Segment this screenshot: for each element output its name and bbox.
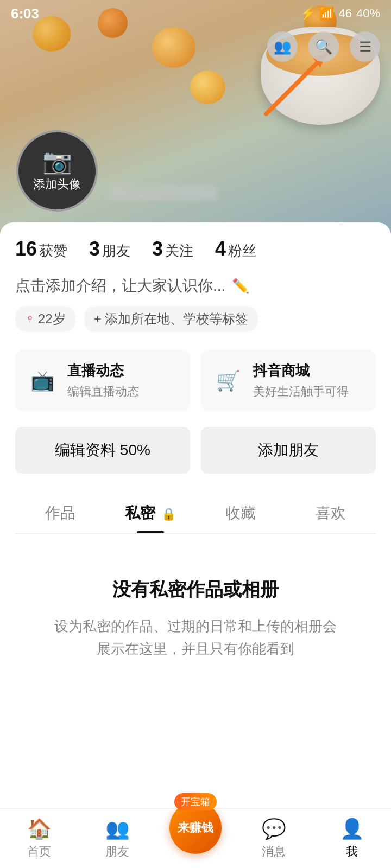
add-friend-button[interactable]: 添加朋友 [201, 427, 376, 474]
me-icon: 👤 [340, 818, 364, 840]
feature-cards: 📺 直播动态 编辑直播动态 🛒 抖音商城 美好生活触手可得 [15, 349, 376, 412]
earn-label: 来赚钱 [178, 820, 213, 836]
nav-home[interactable]: 🏠 首页 [0, 818, 78, 860]
edit-bio-icon: ✏️ [232, 278, 249, 295]
following-count: 3 [152, 238, 163, 260]
friends-nav-label: 朋友 [105, 844, 129, 860]
messages-icon: 💬 [262, 818, 286, 840]
tab-works[interactable]: 作品 [15, 491, 105, 533]
live-subtitle: 编辑直播动态 [67, 384, 139, 400]
live-feature-card[interactable]: 📺 直播动态 编辑直播动态 [15, 349, 190, 412]
messages-label: 消息 [262, 844, 286, 860]
nav-earn-money[interactable]: 开宝箱 来赚钱 [156, 798, 235, 858]
banner-icons: 👥 🔍 ☰ [267, 31, 380, 62]
shop-feature-card[interactable]: 🛒 抖音商城 美好生活触手可得 [201, 349, 376, 412]
me-label: 我 [346, 844, 358, 860]
lock-icon: 🔒 [161, 507, 176, 521]
following-label: 关注 [165, 241, 193, 260]
bio-row[interactable]: 点击添加介绍，让大家认识你... ✏️ [15, 276, 376, 296]
empty-title: 没有私密作品或相册 [112, 577, 279, 602]
female-icon: ♀ [25, 311, 35, 327]
fruit-3 [152, 27, 195, 68]
search-button[interactable]: 🔍 [308, 31, 339, 62]
stat-likes[interactable]: 16 获赞 [15, 238, 67, 260]
friends-button[interactable]: 👥 [267, 31, 298, 62]
bottom-nav: 🏠 首页 👥 朋友 开宝箱 来赚钱 💬 消息 👤 我 [0, 808, 391, 868]
bio-text: 点击添加介绍，让大家认识你... [15, 276, 225, 296]
tab-private-label: 私密 [125, 505, 155, 521]
shop-subtitle: 美好生活触手可得 [253, 384, 349, 400]
battery-icon: 40% [356, 7, 380, 21]
earn-badge: 开宝箱 来赚钱 [166, 798, 225, 858]
age-label: 22岁 [38, 310, 66, 328]
shop-feature-text: 抖音商城 美好生活触手可得 [253, 361, 349, 400]
live-title: 直播动态 [67, 361, 139, 380]
action-buttons: 编辑资料 50% 添加朋友 [15, 427, 376, 474]
fruit-6 [190, 71, 225, 104]
add-tag-label: + 添加所在地、学校等标签 [94, 310, 249, 328]
menu-button[interactable]: ☰ [350, 31, 380, 62]
status-bar: 6:03 ⚡ 📶 46 40% [0, 0, 391, 27]
followers-label: 粉丝 [228, 241, 256, 260]
shop-title: 抖音商城 [253, 361, 349, 380]
add-tag-button[interactable]: + 添加所在地、学校等标签 [84, 306, 258, 332]
stats-row: 16 获赞 3 朋友 3 关注 4 粉丝 [15, 238, 376, 260]
shop-icon: 🛒 [212, 365, 244, 397]
wifi-icon: 📶 [319, 7, 334, 21]
tab-private[interactable]: 私密 🔒 [105, 491, 195, 533]
avatar-section: 📷 添加头像 [16, 130, 98, 212]
camera-icon: 📷 [42, 149, 72, 173]
stat-followers[interactable]: 4 粉丝 [215, 238, 256, 260]
tab-works-label: 作品 [45, 505, 75, 521]
tags-row: ♀ 22岁 + 添加所在地、学校等标签 [15, 306, 376, 332]
friends-label: 朋友 [102, 241, 130, 260]
likes-label: 获赞 [39, 241, 67, 260]
nav-friends[interactable]: 👥 朋友 [78, 818, 156, 860]
home-icon: 🏠 [27, 818, 52, 840]
earn-circle: 开宝箱 来赚钱 [169, 802, 222, 854]
empty-state: 没有私密作品或相册 设为私密的作品、过期的日常和上传的相册会展示在这里，并且只有… [15, 534, 376, 693]
tab-favorites[interactable]: 收藏 [195, 491, 286, 533]
age-tag: ♀ 22岁 [15, 306, 75, 332]
earn-top-tag: 开宝箱 [174, 793, 217, 810]
bluetooth-icon: ⚡ [300, 7, 315, 21]
username-area [109, 185, 217, 203]
status-icons: ⚡ 📶 46 40% [300, 7, 380, 21]
nav-messages[interactable]: 💬 消息 [235, 818, 313, 860]
friends-nav-icon: 👥 [105, 818, 130, 840]
followers-count: 4 [215, 238, 226, 260]
signal-icon: 46 [338, 7, 351, 21]
add-avatar-button[interactable]: 📷 添加头像 [16, 130, 98, 212]
banner: 👥 🔍 ☰ 📷 添加头像 [0, 0, 391, 233]
tab-likes-label: 喜欢 [316, 505, 346, 521]
empty-desc: 设为私密的作品、过期的日常和上传的相册会展示在这里，并且只有你能看到 [48, 615, 343, 660]
tabs-row: 作品 私密 🔒 收藏 喜欢 [15, 491, 376, 534]
edit-profile-button[interactable]: 编辑资料 50% [15, 427, 190, 474]
stat-following[interactable]: 3 关注 [152, 238, 193, 260]
likes-count: 16 [15, 238, 37, 260]
live-feature-text: 直播动态 编辑直播动态 [67, 361, 139, 400]
svg-line-0 [266, 54, 326, 114]
home-label: 首页 [27, 844, 51, 860]
friends-count: 3 [89, 238, 100, 260]
main-card: 16 获赞 3 朋友 3 关注 4 粉丝 点击添加介绍，让大家认识你... ✏️… [0, 222, 391, 819]
stat-friends[interactable]: 3 朋友 [89, 238, 130, 260]
nav-me[interactable]: 👤 我 [313, 818, 391, 860]
live-icon: 📺 [26, 365, 59, 397]
username-blur [109, 185, 217, 200]
status-time: 6:03 [11, 5, 39, 22]
tab-likes[interactable]: 喜欢 [286, 491, 376, 533]
add-avatar-label: 添加头像 [33, 176, 81, 193]
tab-favorites-label: 收藏 [225, 505, 256, 521]
